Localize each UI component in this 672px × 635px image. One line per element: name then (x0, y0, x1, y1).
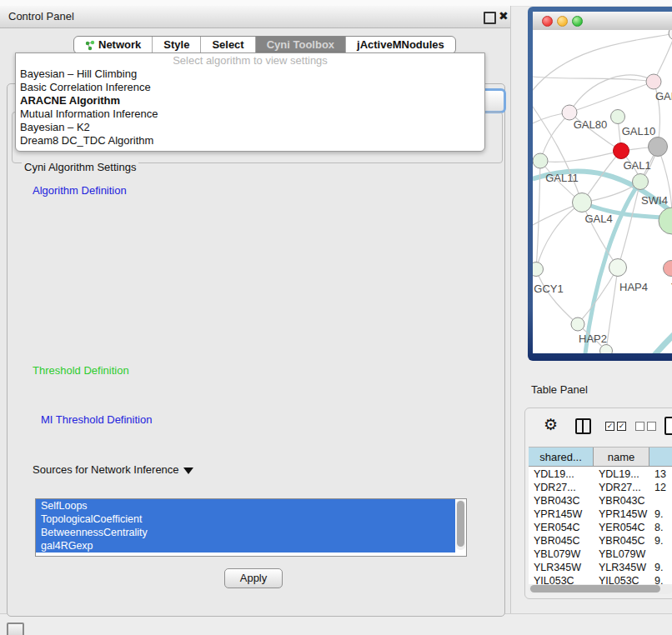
algorithm-option-basic-correlation-inference[interactable]: Basic Correlation Inference (16, 81, 484, 94)
table-cell: YIL053C (599, 574, 649, 584)
network-node[interactable] (600, 345, 613, 354)
network-node-gal4[interactable] (573, 193, 592, 212)
document-icon[interactable] (664, 417, 672, 435)
node-label-gal10: GAL10 (622, 125, 655, 138)
network-node[interactable] (659, 208, 672, 234)
table-cell: 9. (654, 508, 672, 521)
close-traffic-light-icon[interactable] (542, 16, 553, 27)
network-node-gal[interactable] (646, 74, 661, 89)
network-edge[interactable] (533, 77, 654, 82)
attribute-item-topologicalcoefficient[interactable]: TopologicalCoefficient (36, 512, 455, 526)
network-edge[interactable] (606, 268, 618, 351)
table-cell: YBR045C (599, 534, 649, 548)
data-attributes-list[interactable]: SelfLoopsTopologicalCoefficientBetweenne… (35, 498, 467, 557)
table-cell: YLR345W (599, 561, 649, 574)
table-row[interactable]: YIL053CYIL053C9. (529, 574, 672, 584)
dropdown-placeholder: Select algorithm to view settings (16, 53, 484, 68)
table-row[interactable]: YBL079WYBL079W (529, 548, 672, 561)
network-window: GALGAL80GAL10GAL1GAL11SWI4GAL4GCY1HAP4YH… (528, 7, 672, 361)
screen: Control Panel ✖ NetworkStyleSelectCyni T… (0, 0, 672, 635)
network-node-swi4[interactable] (633, 174, 649, 190)
table-cell: YER054C (599, 521, 649, 534)
table-row[interactable]: YDR27...YDR27...12 (529, 481, 672, 494)
control-panel-title: Control Panel (8, 10, 74, 22)
column-header-shared[interactable]: shared... (529, 448, 594, 467)
column-header-name[interactable]: name (594, 448, 649, 467)
table-row[interactable]: YLR345WYLR345W9. (529, 561, 672, 574)
attributes-scrollbar[interactable] (456, 500, 465, 550)
attribute-item-betweennesscentrality[interactable]: BetweennessCentrality (36, 526, 455, 539)
split-columns-icon[interactable] (575, 418, 591, 434)
attribute-item-gal4rgexp[interactable]: gal4RGexp (36, 539, 455, 552)
node-label-gal1: GAL1 (623, 159, 650, 172)
tab-cyni-toolbox[interactable]: Cyni Toolbox (255, 37, 345, 53)
table-row[interactable]: YBR043CYBR043C (529, 494, 672, 508)
algorithm-list: Bayesian – Hill ClimbingBasic Correlatio… (16, 68, 484, 148)
control-panel-titlebar: Control Panel ✖ (0, 6, 510, 28)
network-edge[interactable] (578, 268, 618, 324)
table-cell: YER054C (534, 521, 594, 534)
tab-select[interactable]: Select (200, 37, 254, 53)
network-edge[interactable] (540, 151, 621, 162)
table-row[interactable]: YPR145WYPR145W9. (529, 508, 672, 521)
minimize-traffic-light-icon[interactable] (557, 16, 568, 27)
network-node[interactable] (649, 138, 668, 157)
table-cell: YBR043C (534, 494, 594, 508)
algorithm-option-aracne-algorithm[interactable]: ARACNE Algorithm (16, 94, 484, 108)
network-edge[interactable] (618, 182, 640, 268)
table-row[interactable]: YBR045CYBR045C9. (529, 534, 672, 548)
tab-label: Select (212, 37, 243, 53)
checked-checkbox-icon[interactable]: ✓ (605, 422, 614, 431)
network-node-gal10[interactable] (611, 110, 625, 124)
algorithm-option-bayesian-hill-climbing[interactable]: Bayesian – Hill Climbing (16, 68, 484, 81)
table-cell: YBR043C (599, 494, 649, 508)
network-node[interactable] (669, 30, 672, 40)
float-window-icon[interactable] (484, 12, 496, 24)
sources-group-toggle[interactable]: Sources for Network Inference (30, 463, 196, 476)
table-cell: 12 (654, 481, 672, 494)
tab-style[interactable]: Style (152, 37, 200, 53)
tab-jactivemnodules[interactable]: jActiveMNodules (345, 37, 455, 53)
close-icon[interactable]: ✖ (499, 9, 509, 22)
network-edge[interactable] (536, 269, 578, 324)
algorithm-dropdown-popup: Select algorithm to view settings Bayesi… (15, 52, 485, 152)
network-node-gal11[interactable] (533, 153, 548, 168)
algorithm-definition-title: Algorithm Definition (30, 184, 129, 197)
table-cell: YDR27... (534, 481, 594, 494)
network-window-titlebar[interactable] (533, 12, 672, 31)
network-node-y[interactable] (664, 261, 672, 277)
network-node-gal1[interactable] (614, 143, 629, 159)
network-node-hap2[interactable] (571, 318, 584, 331)
algorithm-option-bayesian-k2[interactable]: Bayesian – K2 (16, 121, 484, 134)
table-row[interactable]: YER054CYER054C8. (529, 521, 672, 534)
table-horizontal-scrollbar[interactable] (529, 584, 672, 594)
apply-button[interactable]: Apply (224, 568, 283, 588)
zoom-traffic-light-icon[interactable] (572, 16, 583, 27)
mi-threshold-group-title: MI Threshold Definition (38, 413, 154, 426)
node-table[interactable]: shared...nameYDL19...YDL19...13YDR27...Y… (529, 447, 672, 584)
table-cell: YIL053C (534, 574, 594, 584)
algorithm-option-mutual-information-inference[interactable]: Mutual Information Inference (16, 108, 484, 121)
node-label-swi4: SWI4 (641, 194, 668, 207)
network-node-hap4[interactable] (609, 259, 627, 277)
unchecked-checkbox-icon[interactable] (647, 422, 656, 431)
table-cell (654, 548, 672, 561)
threshold-definition-title: Threshold Definition (30, 364, 132, 377)
network-canvas[interactable]: GALGAL80GAL10GAL1GAL11SWI4GAL4GCY1HAP4YH… (533, 30, 672, 353)
minimized-panel-icon[interactable] (7, 622, 24, 635)
network-node-gcy1[interactable] (533, 262, 544, 277)
table-cell: YLR345W (534, 561, 594, 574)
unchecked-checkbox-icon[interactable] (635, 422, 644, 431)
gear-icon[interactable]: ⚙ (544, 416, 558, 434)
top-tab-bar: NetworkStyleSelectCyni ToolboxjActiveMNo… (73, 36, 456, 54)
network-edge[interactable] (649, 330, 672, 353)
tab-network[interactable]: Network (74, 37, 152, 53)
attribute-item-selfloops[interactable]: SelfLoops (36, 499, 455, 512)
network-edge[interactable] (540, 112, 569, 161)
column-header-cut[interactable] (649, 448, 672, 467)
network-edge[interactable] (569, 82, 654, 112)
collapse-arrow-icon (183, 468, 193, 474)
algorithm-option-dream8-dc-tdc-algorithm[interactable]: Dream8 DC_TDC Algorithm (16, 134, 484, 148)
table-row[interactable]: YDL19...YDL19...13 (529, 468, 672, 481)
checked-checkbox-icon[interactable]: ✓ (617, 422, 626, 431)
